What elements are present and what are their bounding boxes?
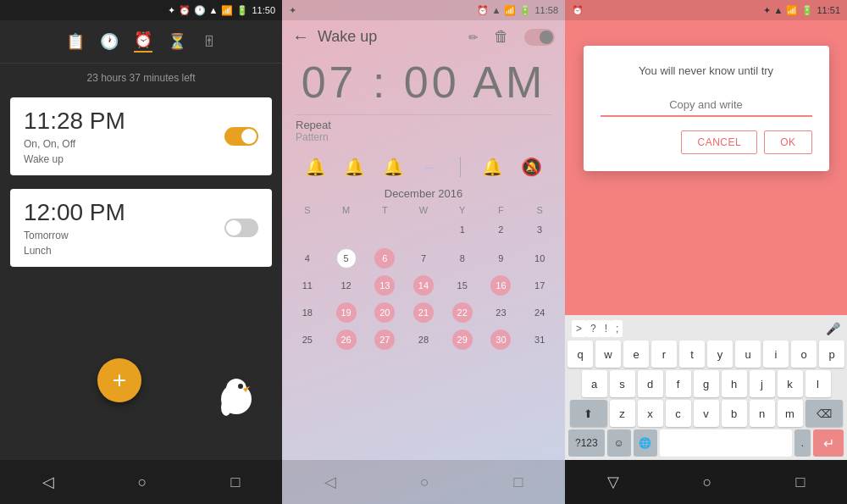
- tab-timer[interactable]: ⏳: [168, 32, 186, 51]
- cal-day-4[interactable]: 4: [289, 246, 326, 271]
- key-m[interactable]: m: [778, 400, 803, 427]
- cal-day-9[interactable]: 9: [483, 246, 520, 271]
- cal-day-8[interactable]: 8: [444, 246, 481, 271]
- cal-day-1[interactable]: 1: [444, 217, 481, 244]
- key-k[interactable]: k: [778, 370, 803, 397]
- cal-day-20[interactable]: 20: [366, 300, 403, 325]
- key-g[interactable]: g: [694, 370, 719, 397]
- key-j[interactable]: j: [750, 370, 775, 397]
- key-t[interactable]: t: [679, 341, 705, 368]
- key-w[interactable]: w: [595, 341, 621, 368]
- alarm-big-time[interactable]: 07 : 00 AM: [282, 57, 565, 108]
- cal-day-26[interactable]: 26: [328, 327, 365, 352]
- cal-day-13[interactable]: 13: [366, 273, 403, 298]
- cal-day-2[interactable]: 2: [483, 217, 520, 244]
- arrow-left-icon[interactable]: ←: [422, 158, 439, 177]
- cal-day-31[interactable]: 31: [521, 327, 558, 352]
- enter-key[interactable]: ↵: [813, 429, 844, 457]
- period-key[interactable]: .: [794, 429, 811, 457]
- backspace-key[interactable]: ⌫: [805, 400, 843, 427]
- recents-button-2[interactable]: □: [513, 474, 523, 491]
- tab-sliders[interactable]: 🎚: [202, 33, 217, 51]
- tab-clock[interactable]: 🕐: [100, 32, 119, 51]
- bell-icon-1[interactable]: 🔔: [305, 157, 326, 177]
- key-n[interactable]: n: [750, 400, 775, 427]
- key-r[interactable]: r: [651, 341, 677, 368]
- key-c[interactable]: c: [666, 400, 691, 427]
- key-i[interactable]: i: [763, 341, 789, 368]
- cancel-button[interactable]: CANCEL: [681, 130, 757, 154]
- back-button-3[interactable]: ▽: [607, 473, 619, 491]
- tab-clipboard[interactable]: 📋: [66, 32, 85, 51]
- key-f[interactable]: f: [666, 370, 691, 397]
- back-button-nav-2[interactable]: ◁: [324, 473, 336, 491]
- recents-button-1[interactable]: □: [231, 474, 241, 491]
- key-question[interactable]: ?: [586, 320, 601, 337]
- delete-icon[interactable]: 🗑: [494, 28, 509, 46]
- cal-day-21[interactable]: 21: [405, 300, 442, 325]
- cal-day-16[interactable]: 16: [483, 273, 520, 298]
- cal-day-5[interactable]: 5: [328, 246, 365, 271]
- cal-day-14[interactable]: 14: [405, 273, 442, 298]
- alarm-detail-toggle[interactable]: [524, 29, 555, 46]
- key-x[interactable]: x: [638, 400, 663, 427]
- cal-day-30[interactable]: 30: [483, 327, 520, 352]
- bell-icon-3[interactable]: 🔔: [383, 157, 404, 177]
- cal-day-10[interactable]: 10: [521, 246, 558, 271]
- key-u[interactable]: u: [735, 341, 761, 368]
- key-z[interactable]: z: [610, 400, 635, 427]
- home-button-1[interactable]: ○: [138, 474, 147, 491]
- cal-day-23[interactable]: 23: [483, 300, 520, 325]
- key-y[interactable]: y: [707, 341, 733, 368]
- cal-day-12[interactable]: 12: [328, 273, 365, 298]
- back-button-2[interactable]: ←: [292, 27, 309, 47]
- alarm-toggle-1[interactable]: [224, 127, 258, 146]
- bell-icon-4[interactable]: 🔔: [482, 157, 503, 177]
- cal-day-18[interactable]: 18: [289, 300, 326, 325]
- key-semicolon[interactable]: ;: [612, 320, 623, 337]
- cal-day-3[interactable]: 3: [521, 217, 558, 244]
- alarm-card-2[interactable]: 12:00 PM Tomorrow Lunch: [10, 189, 272, 267]
- cal-day-25[interactable]: 25: [289, 327, 326, 352]
- key-s[interactable]: s: [610, 370, 635, 397]
- key-exclaim[interactable]: !: [601, 320, 612, 337]
- tab-alarm-active[interactable]: ⏰: [134, 30, 152, 53]
- key-h[interactable]: h: [722, 370, 747, 397]
- emoji-key[interactable]: ☺: [607, 429, 631, 457]
- cal-day-24[interactable]: 24: [521, 300, 558, 325]
- numbers-key[interactable]: ?123: [568, 429, 605, 457]
- dialog-input-field[interactable]: [601, 98, 812, 111]
- back-button-1[interactable]: ◁: [42, 473, 54, 491]
- key-o[interactable]: o: [791, 341, 817, 368]
- bell-icon-5[interactable]: 🔕: [521, 157, 542, 177]
- key-l[interactable]: l: [805, 370, 831, 397]
- cal-day-29[interactable]: 29: [444, 327, 481, 352]
- home-button-2[interactable]: ○: [420, 474, 429, 491]
- globe-key[interactable]: 🌐: [634, 429, 657, 457]
- key-d[interactable]: d: [638, 370, 663, 397]
- recents-button-3[interactable]: □: [796, 474, 805, 491]
- cal-day-27[interactable]: 27: [366, 327, 403, 352]
- key-gt[interactable]: >: [572, 320, 586, 337]
- ok-button[interactable]: OK: [764, 130, 811, 154]
- microphone-icon[interactable]: 🎤: [826, 322, 840, 335]
- cal-day-17[interactable]: 17: [521, 273, 558, 298]
- key-q[interactable]: q: [567, 341, 593, 368]
- cal-day-28[interactable]: 28: [405, 327, 442, 352]
- cal-day-6[interactable]: 6: [366, 246, 403, 271]
- space-key[interactable]: [660, 429, 792, 457]
- cal-day-19[interactable]: 19: [328, 300, 365, 325]
- cal-day-22[interactable]: 22: [444, 300, 481, 325]
- alarm-toggle-2[interactable]: [224, 219, 258, 237]
- key-b[interactable]: b: [722, 400, 747, 427]
- home-button-3[interactable]: ○: [703, 474, 712, 491]
- key-e[interactable]: e: [623, 341, 649, 368]
- cal-day-15[interactable]: 15: [444, 273, 481, 298]
- key-a[interactable]: a: [582, 370, 607, 397]
- shift-key[interactable]: ⬆: [570, 400, 607, 427]
- dialog-input-area[interactable]: [601, 97, 812, 117]
- edit-icon[interactable]: ✏: [468, 30, 479, 44]
- key-v[interactable]: v: [694, 400, 719, 427]
- add-alarm-button[interactable]: +: [97, 358, 141, 402]
- key-p[interactable]: p: [819, 341, 844, 368]
